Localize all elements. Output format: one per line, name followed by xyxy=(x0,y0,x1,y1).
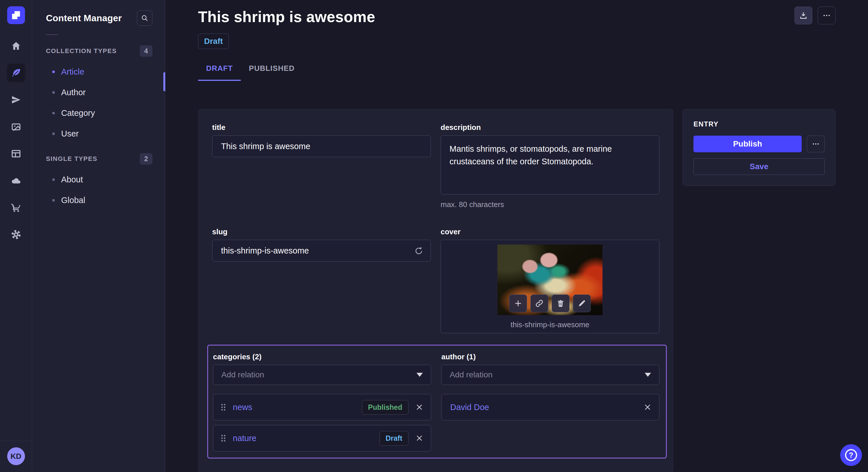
bullet-icon xyxy=(52,133,55,135)
bullet-icon xyxy=(52,91,55,94)
entry-panel-title: ENTRY xyxy=(693,120,825,128)
save-button[interactable]: Save xyxy=(693,158,825,175)
relation-status-badge: Draft xyxy=(379,431,408,446)
sidebar-item-global[interactable]: Global xyxy=(46,190,152,210)
author-add-relation-select[interactable]: Add relation xyxy=(441,365,660,385)
download-icon xyxy=(799,11,808,20)
plus-icon xyxy=(514,299,522,308)
sidebar-item-article[interactable]: Article xyxy=(46,61,152,82)
regenerate-icon[interactable] xyxy=(414,246,423,256)
copy-link-button[interactable] xyxy=(530,295,548,312)
relation-link[interactable]: nature xyxy=(233,434,256,443)
page-title: This shrimp is awesome xyxy=(198,8,836,26)
section-label-single-types: SINGLE TYPES xyxy=(46,155,97,163)
trash-icon xyxy=(556,299,565,308)
chevron-down-icon xyxy=(645,373,651,377)
categories-add-relation-select[interactable]: Add relation xyxy=(213,365,431,385)
settings-icon[interactable] xyxy=(7,225,25,244)
sidebar-item-author[interactable]: Author xyxy=(46,82,152,103)
author-label: author (1) xyxy=(441,352,660,361)
drag-handle-icon[interactable] xyxy=(221,434,226,442)
edit-media-button[interactable] xyxy=(573,295,591,312)
remove-relation-button[interactable] xyxy=(415,434,423,442)
form-panel: title description Mantis shrimps, or sto… xyxy=(198,109,673,472)
link-icon xyxy=(535,299,544,308)
tab-published[interactable]: PUBLISHED xyxy=(241,64,303,81)
cover-image xyxy=(497,245,602,315)
add-relation-placeholder: Add relation xyxy=(450,370,493,379)
slug-input[interactable] xyxy=(212,240,431,262)
sidebar-item-label: User xyxy=(61,129,79,138)
bullet-icon xyxy=(52,112,55,114)
active-item-indicator xyxy=(163,72,165,91)
sidebar-item-label: About xyxy=(61,175,83,184)
close-icon xyxy=(644,403,652,411)
bullet-icon xyxy=(52,178,55,181)
entry-panel: ENTRY Publish Save xyxy=(683,109,836,186)
subnav-title: Content Manager xyxy=(46,13,122,24)
strapi-logo[interactable] xyxy=(7,6,25,24)
title-input[interactable] xyxy=(212,135,431,157)
sidebar-item-label: Author xyxy=(61,88,86,97)
relation-item-david-doe[interactable]: David Doe xyxy=(441,394,660,420)
bullet-icon xyxy=(52,71,55,73)
cover-caption: this-shrimp-is-awesome xyxy=(510,320,590,329)
relation-status-badge: Published xyxy=(362,400,408,415)
relation-item-news[interactable]: news Published xyxy=(213,394,431,420)
entry-more-button[interactable] xyxy=(807,136,825,152)
sidebar-item-about[interactable]: About xyxy=(46,169,152,190)
title-label: title xyxy=(212,123,431,132)
collection-types-count-badge: 4 xyxy=(140,45,152,57)
close-icon xyxy=(415,434,423,442)
remove-relation-button[interactable] xyxy=(415,403,423,411)
tab-draft[interactable]: DRAFT xyxy=(198,64,241,81)
search-button[interactable] xyxy=(137,10,152,26)
chevron-down-icon xyxy=(416,373,423,377)
description-label: description xyxy=(441,123,659,132)
user-avatar[interactable]: KD xyxy=(7,447,25,465)
media-library-icon[interactable] xyxy=(7,117,25,136)
layout-icon[interactable] xyxy=(7,144,25,163)
content-manager-icon[interactable] xyxy=(7,64,25,82)
section-label-collection-types: COLLECTION TYPES xyxy=(46,47,117,55)
send-icon[interactable] xyxy=(7,91,25,109)
slug-label: slug xyxy=(212,227,431,236)
header-more-button[interactable] xyxy=(818,7,836,24)
sidebar-item-user[interactable]: User xyxy=(46,123,152,144)
publish-button[interactable]: Publish xyxy=(693,136,802,152)
description-textarea[interactable]: Mantis shrimps, or stomatopods, are mari… xyxy=(441,135,659,194)
rail-divider xyxy=(0,441,32,441)
sidebar-item-label: Global xyxy=(61,196,85,205)
remove-relation-button[interactable] xyxy=(644,403,652,411)
pencil-icon xyxy=(578,299,586,308)
strapi-logo-glyph xyxy=(12,11,20,19)
author-field: author (1) Add relation David Doe xyxy=(441,352,660,420)
help-button[interactable]: ? xyxy=(840,444,862,466)
subnav-divider xyxy=(46,34,58,35)
status-badge: Draft xyxy=(198,34,229,49)
marketplace-icon[interactable] xyxy=(7,198,25,217)
home-icon[interactable] xyxy=(7,37,25,55)
icon-rail: KD xyxy=(0,0,32,472)
sidebar-item-label: Article xyxy=(61,67,84,76)
add-relation-placeholder: Add relation xyxy=(221,370,264,379)
version-tabs: DRAFT PUBLISHED xyxy=(198,64,836,81)
drag-handle-icon[interactable] xyxy=(221,403,226,411)
search-icon xyxy=(141,14,149,22)
export-button[interactable] xyxy=(795,7,812,24)
sidebar-item-category[interactable]: Category xyxy=(46,103,152,123)
categories-field: categories (2) Add relation news Publish… xyxy=(213,352,431,451)
cover-label: cover xyxy=(441,227,659,236)
cloud-icon[interactable] xyxy=(7,171,25,190)
relation-link[interactable]: David Doe xyxy=(451,403,489,412)
delete-media-button[interactable] xyxy=(552,295,569,312)
ellipsis-icon xyxy=(823,11,831,20)
relation-link[interactable]: news xyxy=(233,403,252,412)
add-media-button[interactable] xyxy=(509,295,527,312)
description-hint: max. 80 characters xyxy=(441,200,659,209)
ellipsis-icon xyxy=(812,140,820,148)
relation-item-nature[interactable]: nature Draft xyxy=(213,425,431,451)
bullet-icon xyxy=(52,199,55,202)
question-icon: ? xyxy=(845,449,857,461)
categories-label: categories (2) xyxy=(213,352,431,361)
